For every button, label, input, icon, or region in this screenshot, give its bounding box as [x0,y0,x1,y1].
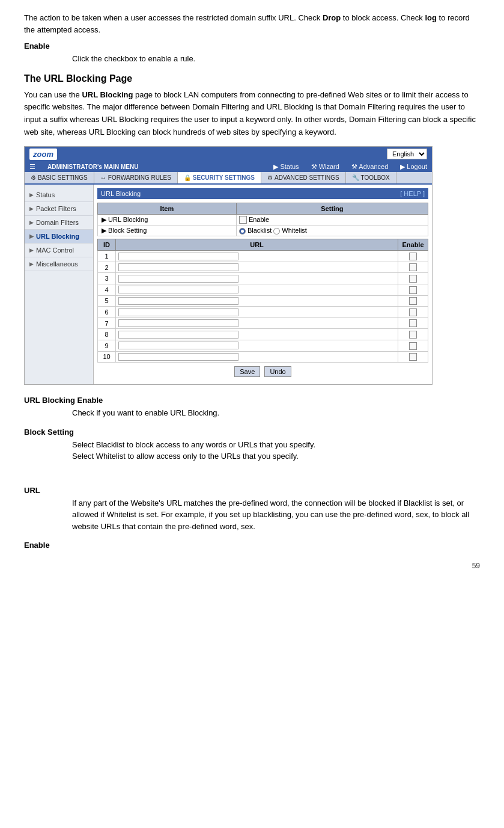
router-main-nav: ☰ ADMINISTRATOR's MAIN MENU ▶ Status ⚒ W… [25,162,432,172]
setting-header: Setting [236,203,428,214]
block-setting-desc1: Select Blacklist to block access to any … [72,439,480,451]
url-input-cell [116,317,398,329]
tab-advanced-settings[interactable]: ⚙ ADVANCED SETTINGS [261,172,346,183]
row-enable-checkbox[interactable] [409,353,417,361]
enable-description: Click the checkbox to enable a rule. [72,53,480,65]
url-entries-table: ID URL Enable 12345678910 [97,239,428,363]
tab-forwarding-rules[interactable]: ↔ FORWARDING RULES [94,172,178,183]
row-enable-checkbox[interactable] [409,297,417,305]
row-id: 1 [98,251,116,262]
forwarding-icon: ↔ [100,174,106,181]
router-top-bar: zoom English [25,147,432,162]
undo-button[interactable]: Undo [264,366,291,377]
url-input[interactable] [118,342,238,349]
url-input[interactable] [118,263,238,271]
row-enable-cell [398,251,428,262]
url-input-cell [116,251,398,262]
url-input-cell [116,262,398,273]
row-id: 2 [98,262,116,273]
url-input-cell [116,307,398,318]
row-id: 6 [98,307,116,318]
block-setting-row: ▶ Block Setting Blacklist Whitelist [98,225,428,236]
router-sidebar: ▶ Status ▶ Packet Filters ▶ Domain Filte… [25,185,94,385]
block-setting-label: Block Setting [24,428,480,437]
logout-nav[interactable]: ▶ Logout [400,163,427,171]
tab-security-settings[interactable]: 🔒 SECURITY SETTINGS [178,172,261,183]
url-input[interactable] [118,331,238,339]
row-id: 7 [98,317,116,329]
whitelist-label: Whitelist [282,227,307,234]
url-blocking-checkbox[interactable] [239,216,247,224]
row-enable-cell [398,317,428,329]
row-enable-cell [398,262,428,273]
tab-toolbox[interactable]: 🔧 TOOLBOX [346,172,396,183]
block-setting-desc2: Select Whitelist to allow access only to… [72,450,480,462]
url-input-cell [116,273,398,284]
url-input[interactable] [118,286,238,293]
enable-header: Enable [398,239,428,251]
url-input[interactable] [118,308,238,316]
enable-label: Enable [24,41,480,51]
url-table-row: 2 [98,262,428,273]
row-enable-checkbox[interactable] [409,286,417,294]
url-blocking-row-label: ▶ URL Blocking [102,216,148,223]
intro-paragraph: The action to be taken when a user acces… [24,12,480,35]
row-id: 8 [98,329,116,340]
row-enable-cell [398,273,428,284]
id-header: ID [98,239,116,251]
advanced-icon: ⚙ [267,174,273,181]
arrow-icon: ▶ [29,192,34,198]
router-logo: zoom [29,149,57,160]
url-input[interactable] [118,275,238,283]
content-title: URL Blocking [101,190,141,197]
row-enable-cell [398,340,428,352]
url-table-row: 9 [98,340,428,352]
row-enable-cell [398,307,428,318]
admin-menu-label[interactable]: ADMINISTRATOR's MAIN MENU [47,164,138,170]
toolbox-icon: 🔧 [352,174,359,181]
sidebar-item-domain-filters[interactable]: ▶ Domain Filters [25,216,93,230]
sidebar-item-mac-control[interactable]: ▶ MAC Control [25,244,93,257]
row-enable-checkbox[interactable] [409,308,417,316]
sidebar-item-url-blocking[interactable]: ▶ URL Blocking [25,230,93,244]
sidebar-item-status[interactable]: ▶ Status [25,188,93,202]
router-tab-bar: ⚙ BASIC SETTINGS ↔ FORWARDING RULES 🔒 SE… [25,172,432,185]
tab-basic-settings[interactable]: ⚙ BASIC SETTINGS [25,172,94,183]
sidebar-item-miscellaneous[interactable]: ▶ Miscellaneous [25,257,93,271]
row-enable-cell [398,295,428,307]
url-input[interactable] [118,297,238,305]
url-table-row: 7 [98,317,428,329]
wizard-nav[interactable]: ⚒ Wizard [311,163,339,171]
row-enable-checkbox[interactable] [409,263,417,271]
whitelist-radio[interactable] [273,228,280,235]
url-table-row: 6 [98,307,428,318]
row-enable-checkbox[interactable] [409,331,417,339]
advanced-nav[interactable]: ⚒ Advanced [351,163,388,171]
row-enable-checkbox[interactable] [409,253,417,260]
router-content-area: URL Blocking [ HELP ] Item Setting ▶ URL… [94,185,432,385]
url-table-row: 8 [98,329,428,340]
url-table-row: 1 [98,251,428,262]
url-input[interactable] [118,319,238,327]
url-input[interactable] [118,253,238,260]
blacklist-radio[interactable] [239,228,246,235]
row-enable-checkbox[interactable] [409,319,417,327]
url-input[interactable] [118,353,238,361]
url-input-cell [116,340,398,352]
router-body: ▶ Status ▶ Packet Filters ▶ Domain Filte… [25,185,432,385]
content-header: URL Blocking [ HELP ] [97,188,428,199]
url-blocking-body: You can use the URL Blocking page to blo… [24,89,480,139]
row-id: 9 [98,340,116,352]
help-link[interactable]: [ HELP ] [400,190,425,197]
row-enable-checkbox[interactable] [409,275,417,283]
url-section-desc: If any part of the Website's URL matches… [72,497,480,533]
admin-menu-icon: ☰ [29,163,35,171]
save-button[interactable]: Save [234,366,260,377]
router-screenshot: zoom English ☰ ADMINISTRATOR's MAIN MENU… [24,146,433,385]
url-blocking-enable-desc: Check if you want to enable URL Blocking… [72,407,480,419]
url-blocking-enable-label: URL Blocking Enable [24,396,480,405]
sidebar-item-packet-filters[interactable]: ▶ Packet Filters [25,202,93,216]
row-enable-checkbox[interactable] [409,342,417,350]
status-nav[interactable]: ▶ Status [273,163,299,171]
language-select[interactable]: English [387,149,427,159]
